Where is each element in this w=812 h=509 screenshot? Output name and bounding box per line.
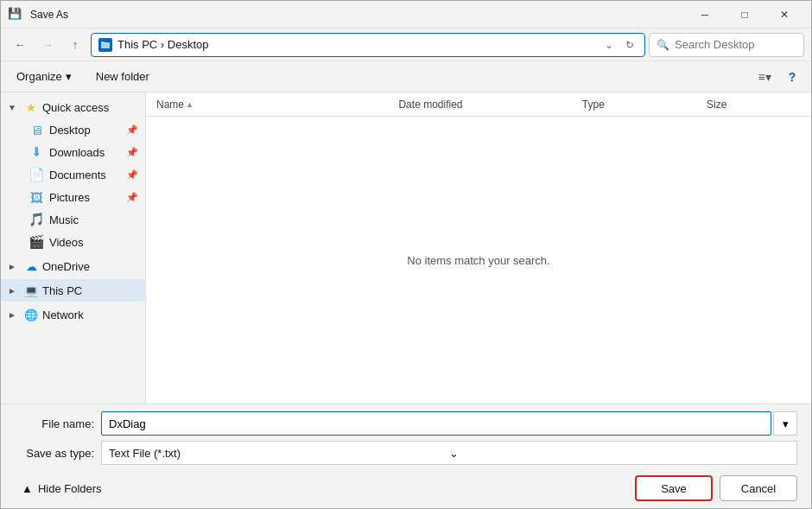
- forward-button[interactable]: →: [35, 33, 60, 57]
- action-row: ▲ Hide Folders Save Cancel: [15, 470, 797, 501]
- pictures-icon: 🖼: [29, 189, 44, 205]
- onedrive-chevron-icon: ►: [8, 262, 20, 271]
- desktop-icon: 🖥: [29, 122, 44, 137]
- quick-access-header[interactable]: ▼ ★ Quick access: [1, 96, 145, 118]
- thispc-icon: 💻: [23, 283, 39, 298]
- sidebar-item-videos[interactable]: 🎬 Videos: [1, 231, 145, 253]
- sidebar-item-documents[interactable]: 📄 Documents 📌: [1, 163, 145, 186]
- up-button[interactable]: ↑: [63, 33, 87, 57]
- sidebar-item-pictures[interactable]: 🖼 Pictures 📌: [1, 186, 145, 208]
- window-title: Save As: [30, 9, 685, 21]
- onedrive-section: ► ☁ OneDrive: [1, 255, 145, 277]
- organize-button[interactable]: Organize ▾: [8, 65, 80, 89]
- save-as-window: 💾 Save As ─ □ ✕ ← → ↑ This PC › Desktop …: [0, 0, 812, 509]
- address-bar-row: ← → ↑ This PC › Desktop ⌄ ↻ 🔍: [1, 29, 811, 61]
- filename-input[interactable]: [101, 411, 771, 436]
- address-bar[interactable]: This PC › Desktop ⌄ ↻: [91, 33, 645, 57]
- view-icon: ≡: [758, 70, 764, 84]
- network-chevron-icon: ►: [8, 310, 20, 320]
- view-menu-button[interactable]: ≡ ▾: [752, 65, 777, 89]
- column-headers: Name ▲ Date modified Type Size: [146, 92, 811, 117]
- toolbar-row: Organize ▾ New folder ≡ ▾ ?: [1, 61, 811, 92]
- action-buttons: Save Cancel: [635, 475, 797, 501]
- sidebar-item-music-label: Music: [49, 213, 138, 226]
- pin-icon-desktop: 📌: [126, 124, 138, 136]
- quick-access-chevron-icon: ▼: [8, 103, 20, 112]
- thispc-section: ► 💻 This PC: [1, 279, 145, 302]
- filename-row: File name: ▾: [15, 411, 797, 436]
- filename-label: File name:: [15, 417, 101, 430]
- col-header-name[interactable]: Name ▲: [153, 99, 395, 111]
- pin-icon-pictures: 📌: [126, 192, 138, 203]
- sidebar-item-desktop-label: Desktop: [49, 124, 121, 137]
- savetype-chevron-icon: ⌄: [449, 447, 790, 460]
- downloads-icon: ⬇: [29, 144, 44, 160]
- sidebar-item-music[interactable]: 🎵 Music: [1, 208, 145, 231]
- col-header-type[interactable]: Type: [579, 99, 703, 111]
- hide-folders-label: Hide Folders: [38, 482, 102, 495]
- savetype-dropdown[interactable]: Text File (*.txt) ⌄: [101, 441, 797, 465]
- pin-icon-documents: 📌: [126, 169, 138, 181]
- new-folder-button[interactable]: New folder: [87, 65, 158, 89]
- refresh-button[interactable]: ↻: [622, 37, 638, 53]
- window-controls: ─ □ ✕: [685, 1, 804, 29]
- sidebar-item-downloads[interactable]: ⬇ Downloads 📌: [1, 141, 145, 163]
- onedrive-icon: ☁: [23, 258, 39, 274]
- title-bar: 💾 Save As ─ □ ✕: [1, 1, 811, 29]
- sidebar-item-desktop[interactable]: 🖥 Desktop 📌: [1, 118, 145, 141]
- back-button[interactable]: ←: [8, 33, 32, 57]
- sidebar-item-pictures-label: Pictures: [49, 191, 121, 204]
- network-icon: 🌐: [23, 307, 39, 322]
- minimize-button[interactable]: ─: [685, 1, 725, 29]
- search-icon: 🔍: [657, 39, 669, 51]
- hide-folders-button[interactable]: ▲ Hide Folders: [15, 479, 109, 499]
- col-header-date[interactable]: Date modified: [395, 99, 578, 111]
- videos-icon: 🎬: [29, 234, 44, 250]
- sort-arrow-name: ▲: [186, 100, 193, 109]
- sidebar: ▼ ★ Quick access 🖥 Desktop 📌 ⬇ Downloads…: [1, 92, 146, 404]
- help-button[interactable]: ?: [780, 65, 804, 89]
- search-input[interactable]: [675, 38, 812, 51]
- save-button[interactable]: Save: [635, 475, 713, 501]
- music-icon: 🎵: [29, 212, 44, 227]
- sidebar-item-documents-label: Documents: [49, 169, 121, 181]
- onedrive-header[interactable]: ► ☁ OneDrive: [1, 255, 145, 277]
- empty-message: No items match your search.: [407, 254, 549, 267]
- toolbar-right: ≡ ▾ ?: [752, 65, 804, 89]
- main-area: ▼ ★ Quick access 🖥 Desktop 📌 ⬇ Downloads…: [1, 92, 811, 404]
- sidebar-item-downloads-label: Downloads: [49, 146, 121, 159]
- view-chevron-icon: ▾: [765, 70, 771, 84]
- col-header-size[interactable]: Size: [703, 99, 804, 111]
- network-header[interactable]: ► 🌐 Network: [1, 303, 145, 326]
- savetype-value: Text File (*.txt): [109, 447, 449, 460]
- savetype-label: Save as type:: [15, 447, 101, 460]
- maximize-button[interactable]: □: [725, 1, 764, 29]
- network-section: ► 🌐 Network: [1, 303, 145, 326]
- address-bar-folder-icon: [98, 38, 112, 52]
- content-body: No items match your search.: [146, 117, 811, 404]
- quick-access-label: Quick access: [42, 101, 109, 114]
- hide-folders-chevron-icon: ▲: [22, 482, 33, 495]
- onedrive-label: OneDrive: [42, 260, 90, 273]
- network-label: Network: [42, 309, 84, 321]
- pin-icon-downloads: 📌: [126, 147, 138, 158]
- sidebar-item-videos-label: Videos: [49, 236, 138, 249]
- address-chevron-button[interactable]: ⌄: [601, 37, 617, 53]
- address-path: This PC › Desktop: [117, 38, 596, 51]
- app-icon: 💾: [8, 7, 23, 22]
- filename-dropdown-button[interactable]: ▾: [773, 411, 797, 436]
- quick-access-section: ▼ ★ Quick access 🖥 Desktop 📌 ⬇ Downloads…: [1, 96, 145, 253]
- thispc-chevron-icon: ►: [8, 286, 20, 296]
- quick-access-star-icon: ★: [23, 99, 39, 115]
- search-box[interactable]: 🔍: [649, 33, 804, 57]
- bottom-area: File name: ▾ Save as type: Text File (*.…: [1, 404, 811, 508]
- cancel-button[interactable]: Cancel: [720, 475, 797, 501]
- savetype-row: Save as type: Text File (*.txt) ⌄: [15, 441, 797, 465]
- documents-icon: 📄: [29, 167, 44, 182]
- close-button[interactable]: ✕: [764, 1, 804, 29]
- organize-chevron-icon: ▾: [66, 70, 72, 83]
- svg-rect-1: [101, 41, 105, 43]
- thispc-header[interactable]: ► 💻 This PC: [1, 279, 145, 302]
- thispc-label: This PC: [42, 284, 82, 297]
- content-area: Name ▲ Date modified Type Size No items …: [146, 92, 811, 404]
